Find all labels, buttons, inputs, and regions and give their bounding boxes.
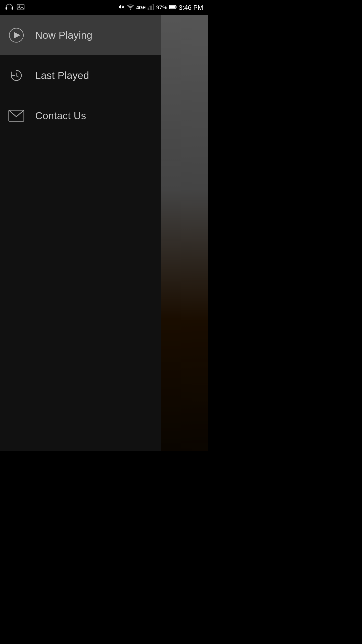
signal-bars-icon bbox=[148, 4, 154, 11]
contact-us-label: Contact Us bbox=[35, 110, 86, 122]
sidebar-item-contact-us[interactable]: Contact Us bbox=[0, 96, 161, 136]
wifi-icon bbox=[127, 4, 134, 12]
svg-rect-2 bbox=[17, 4, 24, 10]
last-played-label: Last Played bbox=[35, 70, 89, 81]
svg-rect-0 bbox=[6, 7, 7, 10]
drawer: Now Playing Last Played Co bbox=[0, 15, 161, 451]
svg-rect-1 bbox=[12, 7, 13, 10]
image-icon bbox=[17, 4, 25, 12]
svg-marker-16 bbox=[14, 32, 20, 38]
history-icon bbox=[8, 67, 25, 84]
svg-point-3 bbox=[19, 6, 20, 7]
lte-text: 4GE bbox=[136, 5, 146, 11]
headphone-icon bbox=[5, 4, 14, 12]
play-circle-icon bbox=[8, 26, 25, 44]
mail-icon bbox=[8, 107, 25, 125]
status-bar-right: 4GE 97% 3:46 PM bbox=[118, 3, 203, 12]
svg-rect-11 bbox=[154, 4, 154, 10]
svg-rect-13 bbox=[170, 6, 175, 9]
svg-rect-9 bbox=[151, 6, 152, 10]
svg-rect-10 bbox=[152, 5, 153, 10]
svg-rect-8 bbox=[149, 7, 150, 10]
main-layout: Now Playing Last Played Co bbox=[0, 15, 208, 451]
status-bar-left bbox=[5, 4, 25, 12]
svg-line-18 bbox=[16, 76, 18, 77]
battery-percentage: 97% bbox=[156, 4, 167, 11]
svg-rect-14 bbox=[176, 6, 176, 8]
background-content bbox=[161, 15, 208, 451]
sidebar-item-last-played[interactable]: Last Played bbox=[0, 55, 161, 96]
status-bar: 4GE 97% 3:46 PM bbox=[0, 0, 208, 15]
svg-point-6 bbox=[130, 9, 131, 10]
svg-rect-7 bbox=[148, 8, 149, 10]
status-time: 3:46 PM bbox=[179, 4, 203, 12]
battery-icon bbox=[169, 4, 177, 11]
now-playing-label: Now Playing bbox=[35, 30, 93, 41]
mute-icon bbox=[118, 3, 125, 12]
sidebar-item-now-playing[interactable]: Now Playing bbox=[0, 15, 161, 55]
